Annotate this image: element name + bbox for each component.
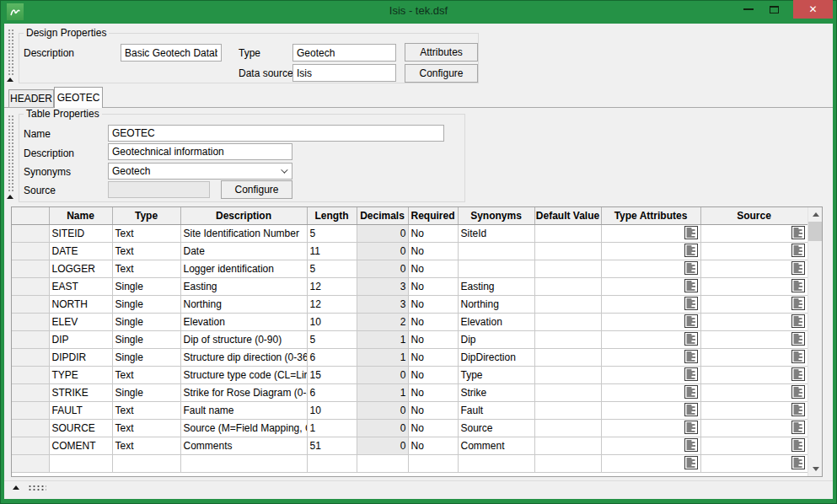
table-panel-collapse-icon[interactable] xyxy=(7,195,13,199)
cell-decimals[interactable]: 1 xyxy=(357,383,408,401)
close-button[interactable]: ✕ xyxy=(793,0,833,19)
cell-decimals[interactable]: 0 xyxy=(357,366,408,383)
row-selector-cell[interactable] xyxy=(12,383,49,401)
source-editor-button[interactable] xyxy=(791,403,805,416)
type-attributes-editor-button[interactable] xyxy=(684,279,698,292)
source-editor-button[interactable] xyxy=(791,244,805,257)
table-configure-button[interactable]: Configure xyxy=(221,180,292,199)
cell-length[interactable]: 5 xyxy=(307,260,357,277)
row-selector-cell[interactable] xyxy=(12,348,49,366)
type-attributes-editor-button[interactable] xyxy=(684,367,698,381)
source-editor-button[interactable] xyxy=(791,314,805,328)
cell-source[interactable] xyxy=(700,330,807,348)
source-editor-button[interactable] xyxy=(791,279,805,292)
cell-synonyms[interactable]: Elevation xyxy=(458,313,534,330)
cell-synonyms[interactable]: Source xyxy=(458,419,534,437)
cell-description[interactable]: Source (M=Field Mapping, C xyxy=(180,419,307,437)
type-attributes-editor-button[interactable] xyxy=(684,244,698,257)
cell-name[interactable]: LOGGER xyxy=(49,260,112,277)
table-description-input[interactable] xyxy=(108,143,292,160)
synonyms-combobox[interactable]: Geotech xyxy=(108,163,292,180)
cell-default-value[interactable] xyxy=(534,224,601,242)
cell-decimals[interactable]: 1 xyxy=(357,348,408,366)
tab-geotec[interactable]: GEOTEC xyxy=(54,87,103,108)
cell-source[interactable] xyxy=(700,242,807,260)
cell-length[interactable]: 6 xyxy=(307,348,357,366)
type-attributes-editor-button[interactable] xyxy=(684,385,698,399)
cell-length[interactable]: 12 xyxy=(307,295,357,313)
scroll-up-button[interactable] xyxy=(808,207,823,222)
cell-name[interactable]: NORTH xyxy=(49,295,112,313)
cell-required[interactable]: No xyxy=(408,383,458,401)
type-input[interactable] xyxy=(292,44,396,62)
data-source-input[interactable] xyxy=(292,64,396,82)
cell-description[interactable]: Comments xyxy=(180,437,307,454)
cell-decimals[interactable] xyxy=(357,454,408,472)
cell-decimals[interactable]: 0 xyxy=(357,401,408,419)
cell-description[interactable]: Easting xyxy=(180,277,307,295)
cell-description[interactable]: Date xyxy=(180,242,307,260)
cell-required[interactable]: No xyxy=(408,313,458,330)
scroll-down-button[interactable] xyxy=(808,462,823,476)
cell-type-attributes[interactable] xyxy=(601,224,700,242)
cell-required[interactable]: No xyxy=(408,401,458,419)
cell-description[interactable]: Fault name xyxy=(180,401,307,419)
row-selector-cell[interactable] xyxy=(12,313,49,330)
cell-synonyms[interactable]: Strike xyxy=(458,383,534,401)
cell-name[interactable]: DIP xyxy=(49,330,112,348)
cell-type-attributes[interactable] xyxy=(601,454,700,472)
type-attributes-editor-button[interactable] xyxy=(684,456,698,469)
vertical-scrollbar[interactable] xyxy=(807,207,822,476)
cell-name[interactable]: COMENT xyxy=(49,437,112,454)
cell-type[interactable]: Text xyxy=(112,401,180,419)
source-editor-button[interactable] xyxy=(791,297,805,310)
cell-type[interactable]: Text xyxy=(112,260,180,277)
cell-synonyms[interactable]: Comment xyxy=(458,437,534,454)
cell-name[interactable]: SITEID xyxy=(49,224,112,242)
cell-required[interactable]: No xyxy=(408,224,458,242)
cell-required[interactable]: No xyxy=(408,437,458,454)
cell-synonyms[interactable]: Fault xyxy=(458,401,534,419)
cell-description[interactable]: Elevation xyxy=(180,313,307,330)
cell-type-attributes[interactable] xyxy=(601,419,700,437)
design-panel-gripper[interactable] xyxy=(8,29,14,76)
cell-default-value[interactable] xyxy=(534,437,601,454)
cell-decimals[interactable]: 1 xyxy=(357,330,408,348)
cell-default-value[interactable] xyxy=(534,295,601,313)
cell-decimals[interactable]: 0 xyxy=(357,260,408,277)
table-name-input[interactable] xyxy=(108,125,444,142)
cell-synonyms[interactable]: SiteId xyxy=(458,224,534,242)
row-selector-cell[interactable] xyxy=(12,295,49,313)
cell-description[interactable]: Dip of structure (0-90) xyxy=(180,330,307,348)
cell-default-value[interactable] xyxy=(534,454,601,472)
cell-length[interactable]: 1 xyxy=(307,419,357,437)
cell-description[interactable]: Logger identification xyxy=(180,260,307,277)
cell-type[interactable]: Single xyxy=(112,383,180,401)
cell-required[interactable] xyxy=(408,454,458,472)
type-attributes-editor-button[interactable] xyxy=(684,421,698,434)
source-editor-button[interactable] xyxy=(791,421,805,434)
cell-synonyms[interactable] xyxy=(458,242,534,260)
cell-default-value[interactable] xyxy=(534,401,601,419)
cell-name[interactable]: ELEV xyxy=(49,313,112,330)
cell-default-value[interactable] xyxy=(534,277,601,295)
cell-name[interactable]: SOURCE xyxy=(49,419,112,437)
cell-type[interactable] xyxy=(112,454,180,472)
cell-name[interactable]: DATE xyxy=(49,242,112,260)
cell-length[interactable] xyxy=(307,454,357,472)
cell-type-attributes[interactable] xyxy=(601,295,700,313)
cell-type-attributes[interactable] xyxy=(601,348,700,366)
cell-required[interactable]: No xyxy=(408,295,458,313)
cell-required[interactable]: No xyxy=(408,277,458,295)
row-selector-cell[interactable] xyxy=(12,224,49,242)
cell-required[interactable]: No xyxy=(408,419,458,437)
cell-decimals[interactable]: 0 xyxy=(357,224,408,242)
cell-type-attributes[interactable] xyxy=(601,242,700,260)
cell-length[interactable]: 51 xyxy=(307,437,357,454)
cell-source[interactable] xyxy=(700,437,807,454)
cell-default-value[interactable] xyxy=(534,366,601,383)
cell-description[interactable]: Northing xyxy=(180,295,307,313)
cell-source[interactable] xyxy=(700,295,807,313)
source-editor-button[interactable] xyxy=(791,438,805,452)
cell-length[interactable]: 10 xyxy=(307,401,357,419)
